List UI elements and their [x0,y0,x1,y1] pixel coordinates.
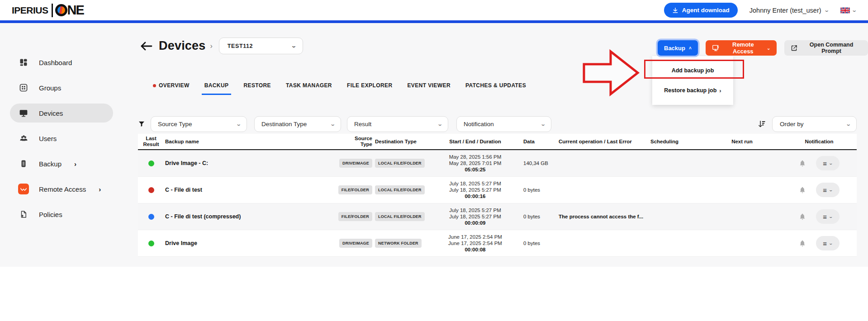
destination-type-filter[interactable]: Destination Type ⌄ [254,116,341,132]
menu-item-restore-backup-job[interactable]: Restore backup job › [652,80,733,100]
agent-download-button[interactable]: Agent download [664,3,738,18]
open-command-prompt-button[interactable]: Open Command Prompt [784,40,868,56]
status-dot [148,241,154,246]
col-next-run: Next run [702,139,782,144]
language-menu[interactable]: ⌄ [840,7,856,14]
last-error: The process cannot access the f... [559,214,643,219]
sidebar-item-users[interactable]: Users [10,129,113,148]
row-actions-menu-button[interactable]: ≡ ⌄ [816,183,840,197]
col-backup-name: Backup name [164,139,300,144]
result-filter[interactable]: Result ⌄ [347,116,448,132]
row-actions-menu-button[interactable]: ≡ ⌄ [816,156,840,170]
download-icon [672,7,678,14]
sidebar-item-remote-access[interactable]: Remote Access › [10,179,113,198]
user-menu[interactable]: Johnny Enter (test_user) ⌄ [749,7,829,14]
chevron-down-icon: ⌄ [829,188,834,192]
logo-text-ne: NE [67,3,84,18]
col-destination-type: Destination Type [372,139,433,144]
start-end-duration: July 18, 2025 5:27 PMJuly 18, 2025 5:27 … [433,180,517,199]
tab-event-viewer[interactable]: EVENT VIEWER [407,82,450,95]
chevron-down-icon: ⌄ [845,121,851,127]
sort-descending-icon[interactable] [758,120,766,128]
backup-dropdown-menu: Add backup job Restore backup job › [652,56,733,105]
back-arrow-icon[interactable] [140,41,152,51]
tab-patches-updates[interactable]: PATCHES & UPDATES [465,82,526,95]
chevron-right-icon: › [99,185,101,193]
tab-restore[interactable]: RESTORE [243,82,271,95]
tab-task-manager[interactable]: TASK MANAGER [286,82,332,95]
sidebar-item-label: Policies [39,211,62,218]
status-dot [148,187,154,193]
tab-file-explorer[interactable]: FILE EXPLORER [347,82,393,95]
source-type-filter[interactable]: Source Type ⌄ [151,116,247,132]
chevron-down-icon: ⌄ [437,121,443,127]
destination-type-badge: LOCAL FILE/FOLDER [375,159,425,168]
sidebar-item-dashboard[interactable]: Dashboard [10,53,113,72]
page-title: Devices [159,39,205,53]
sidebar-item-label: Groups [39,84,61,92]
col-last-result: LastResult [138,136,164,147]
row-actions-menu-button[interactable]: ≡ ⌄ [816,209,840,224]
data-size: 0 bytes [517,241,558,246]
row-actions-menu-button[interactable]: ≡ ⌄ [816,236,840,250]
destination-type-badge: LOCAL FILE/FOLDER [375,185,425,194]
hamburger-icon: ≡ [823,213,827,220]
chevron-down-icon: ⌄ [767,46,770,51]
table-row[interactable]: Drive Image - C: DRIVEIMAGE LOCAL FILE/F… [138,150,857,177]
start-end-duration: May 28, 2025 1:56 PMMay 28, 2025 7:01 PM… [433,154,517,173]
chevron-down-icon: ⌄ [236,121,242,127]
chevron-down-icon: ⌄ [829,214,834,219]
menu-item-add-backup-job[interactable]: Add backup job [652,61,733,80]
hamburger-icon: ≡ [823,187,827,194]
backup-jobs-table: LastResult Backup name SourceType Destin… [138,134,857,257]
col-current-operation: Current operation / Last Error [558,139,650,144]
table-row[interactable]: Drive Image DRIVEIMAGE NETWORK FOLDER Ju… [138,230,857,257]
notification-filter[interactable]: Notification ⌄ [456,116,551,132]
backup-name: Drive Image [165,240,197,246]
logo-divider [52,4,53,17]
tab-overview[interactable]: OVERVIEW [153,82,190,95]
remote-access-button[interactable]: Remote Access ⌄ [706,40,777,56]
device-select-value: TEST112 [228,43,253,49]
logo-text-iperius: IPERIUS [12,5,48,16]
policies-document-icon [18,209,29,220]
data-size: 0 bytes [517,214,558,219]
bell-icon[interactable] [799,186,806,194]
sidebar: Dashboard Groups Devices [0,23,113,267]
tab-backup[interactable]: BACKUP [204,82,229,95]
app-header: IPERIUS NE Agent download Johnny Enter (… [0,0,868,20]
backup-name: C - File di test [165,187,202,193]
table-row[interactable]: C - File di test FILE/FOLDER LOCAL FILE/… [138,177,857,203]
device-select[interactable]: TEST112 ⌄ [219,38,303,54]
source-type-badge: DRIVEIMAGE [339,159,372,168]
data-size: 140,34 GB [517,160,558,166]
destination-type-badge: NETWORK FOLDER [375,239,422,248]
backup-name: C - File di test (compressed) [165,213,241,220]
dashboard-icon [18,57,29,68]
sidebar-item-label: Remote Access [39,185,86,193]
filter-bar: Source Type ⌄ Destination Type ⌄ Result … [138,116,857,132]
sidebar-item-devices[interactable]: Devices [10,104,113,123]
external-link-icon [791,45,797,52]
chevron-right-icon: › [719,87,721,94]
backup-button[interactable]: Backup ˄ [658,40,698,56]
remote-access-icon [18,184,29,194]
bell-icon[interactable] [799,213,806,221]
chevron-down-icon: ⌄ [851,7,857,13]
table-row[interactable]: C - File di test (compressed) FILE/FOLDE… [138,203,857,230]
bell-icon[interactable] [799,240,806,247]
sidebar-item-policies[interactable]: Policies [10,205,113,224]
hamburger-icon: ≡ [823,240,827,247]
user-name: Johnny Enter (test_user) [749,7,821,14]
remote-monitor-icon [712,45,720,52]
chevron-down-icon: ⌄ [291,43,297,49]
sidebar-item-label: Backup [39,160,62,168]
status-dot [148,160,154,166]
col-notification: Notification [782,139,857,144]
sidebar-item-backup[interactable]: Backup › [10,154,113,173]
sidebar-item-groups[interactable]: Groups [10,78,113,97]
start-end-duration: June 17, 2025 2:54 PMJune 17, 2025 2:54 … [433,234,517,253]
order-by-select[interactable]: Order by ⌄ [772,116,857,132]
bell-icon[interactable] [799,160,806,167]
source-type-badge: FILE/FOLDER [338,185,372,194]
